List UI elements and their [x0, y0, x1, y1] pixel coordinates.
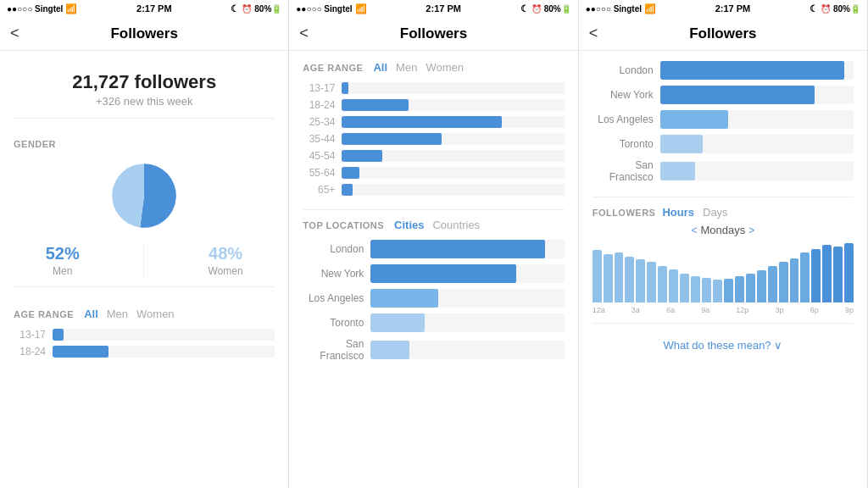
hour-bar-1: [604, 254, 613, 302]
gender-section: GENDER 52% Men 48% Women: [14, 130, 275, 287]
back-button-2[interactable]: <: [299, 25, 309, 42]
hour-bar-13: [735, 276, 744, 302]
hourly-bar-chart: [593, 243, 854, 302]
hour-label-6a: 6a: [666, 306, 675, 314]
hour-label-3p: 3p: [776, 306, 784, 314]
location-newyork: New York: [303, 264, 564, 283]
age-label-13-17: 13-17: [14, 329, 46, 341]
time-1: 2:17 PM: [136, 3, 172, 14]
age-label-1: AGE RANGE: [14, 309, 74, 319]
day-label: Mondays: [700, 224, 745, 236]
tab-all-1[interactable]: All: [84, 308, 98, 320]
hour-bar-18: [790, 258, 799, 302]
tab-women-2[interactable]: Women: [426, 61, 464, 74]
age-bars-mini: 13-17 18-24: [14, 329, 275, 358]
panel-3-content: London New York Los Angeles Toronto San …: [579, 51, 867, 488]
nav-header-1: < Followers: [0, 17, 288, 51]
location-p3-la: Los Angeles: [593, 110, 854, 129]
hour-bar-12: [724, 279, 733, 302]
location-p3-name-newyork: New York: [593, 89, 654, 101]
location-p3-london: London: [593, 61, 854, 80]
followers-main-count: 21,727 followers: [14, 71, 275, 93]
gender-divider: [143, 244, 144, 278]
location-p3-newyork: New York: [593, 86, 854, 104]
status-left-1: ●●○○○ Singtel 📶: [7, 3, 77, 14]
hour-bar-8: [680, 274, 689, 302]
age-bar-p2-45-54: 45-54: [303, 150, 564, 162]
men-percentage: 52%: [46, 244, 80, 263]
alarm-icon-1: ⏰: [242, 4, 252, 14]
age-bar-p2-65plus: 65+: [303, 184, 564, 196]
age-bar-p2-18-24: 18-24: [303, 99, 564, 111]
age-p2-label-65plus: 65+: [303, 184, 335, 196]
hour-bar-23: [844, 243, 854, 302]
pie-chart-container: [14, 158, 275, 234]
locations-label: TOP LOCATIONS: [303, 220, 384, 230]
men-stat: 52% Men: [46, 244, 80, 278]
hour-bar-9: [691, 276, 700, 303]
followers-time-tabs: Hours Days: [662, 206, 727, 219]
back-button-1[interactable]: <: [10, 25, 19, 42]
tab-all-2[interactable]: All: [373, 61, 387, 74]
location-p3-name-london: London: [593, 64, 654, 76]
location-name-toronto: Toronto: [303, 317, 364, 329]
tab-days[interactable]: Days: [703, 206, 728, 219]
age-bar-fill-18-24: [53, 346, 108, 358]
hour-bar-7: [669, 269, 678, 302]
hour-label-3a: 3a: [632, 306, 640, 314]
back-button-3[interactable]: <: [589, 25, 598, 42]
hour-bar-3: [625, 257, 634, 302]
tab-hours[interactable]: Hours: [662, 206, 694, 219]
next-day-button[interactable]: >: [748, 225, 754, 236]
location-p3-name-sf: San Francisco: [593, 159, 654, 183]
wifi-1: 📶: [65, 3, 77, 14]
hour-label-6p: 6p: [810, 306, 819, 314]
hour-bar-10: [702, 278, 711, 302]
hour-bar-11: [713, 280, 722, 302]
nav-header-3: < Followers: [579, 17, 867, 51]
separator-p2: [303, 209, 564, 210]
battery-3: 80%🔋: [833, 4, 860, 14]
followers-count-section: 21,727 followers +326 new this week: [14, 61, 275, 119]
hour-label-9p: 9p: [845, 306, 854, 314]
age-bar-p2-55-64: 55-64: [303, 167, 564, 179]
tab-cities[interactable]: Cities: [394, 219, 424, 231]
alarm-icon-3: ⏰: [821, 4, 831, 14]
location-p3-toronto: Toronto: [593, 135, 854, 153]
carrier-2: ●●○○○ Singtel: [296, 4, 352, 14]
panel-3: ●●○○○ Singtel 📶 2:17 PM ☾ ⏰ 80%🔋 < Follo…: [579, 0, 868, 488]
hour-bar-19: [800, 252, 810, 302]
hour-bar-14: [746, 274, 755, 302]
moon-icon-3: ☾: [810, 3, 818, 14]
age-header-1: AGE RANGE All Men Women: [14, 308, 275, 320]
location-losangeles: Los Angeles: [303, 289, 564, 308]
prev-day-button[interactable]: <: [691, 225, 697, 236]
age-bar-wrap-18-24: [53, 346, 275, 358]
tab-countries[interactable]: Countries: [432, 219, 480, 231]
time-3: 2:17 PM: [715, 3, 751, 14]
moon-icon-1: ☾: [231, 3, 239, 14]
women-stat: 48% Women: [208, 244, 242, 278]
tab-women-1[interactable]: Women: [136, 308, 175, 320]
what-mean-link[interactable]: What do these mean? ∨: [593, 332, 854, 358]
carrier-3: ●●○○○ Singtel: [586, 4, 642, 14]
women-label: Women: [208, 265, 242, 277]
age-tabs-1: All Men Women: [84, 308, 174, 320]
age-bar-18-24: 18-24: [14, 346, 275, 358]
age-label-2: AGE RANGE: [303, 63, 363, 73]
tab-men-2[interactable]: Men: [396, 61, 417, 74]
age-p2-label-55-64: 55-64: [303, 167, 335, 179]
location-name-newyork: New York: [303, 268, 364, 280]
location-toronto: Toronto: [303, 313, 564, 332]
age-bar-13-17: 13-17: [14, 329, 275, 341]
location-name-la: Los Angeles: [303, 292, 364, 304]
age-label-18-24: 18-24: [14, 346, 46, 358]
tab-men-1[interactable]: Men: [107, 308, 128, 320]
panel-1-content: 21,727 followers +326 new this week GEND…: [0, 51, 288, 488]
day-navigator: < Mondays >: [593, 224, 854, 236]
followers-new: +326 new this week: [14, 95, 275, 108]
separator-p3-b: [593, 323, 854, 324]
location-p3-name-la: Los Angeles: [593, 114, 654, 125]
battery-2: 80%🔋: [544, 4, 571, 14]
age-p2-label-13-17: 13-17: [303, 82, 335, 94]
